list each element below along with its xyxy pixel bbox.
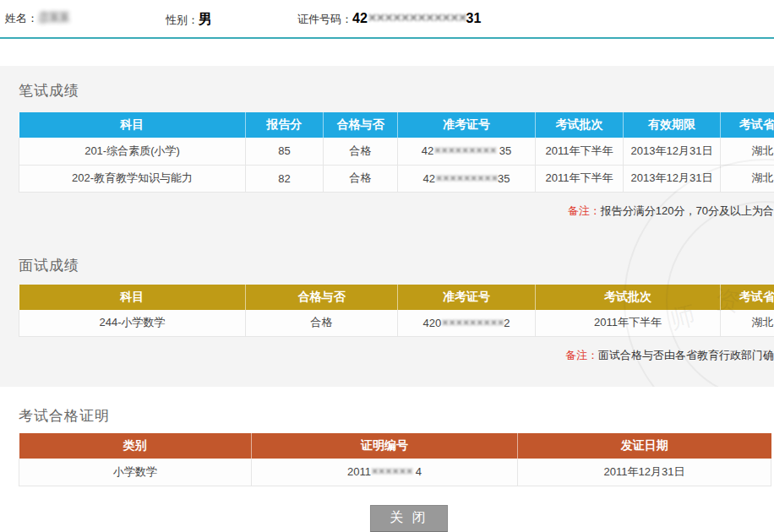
cell-ticket: 420✕✕✕✕✕✕✕✕✕2 [398,310,536,337]
id-redacted: ✕✕✕✕✕✕✕✕✕✕✕✕ [368,11,466,24]
table-row: 小学数学 2011✕✕✕✕✕✕ 4 2011年12月31日 [19,459,771,486]
gender-label: 性别： [166,14,199,26]
written-header-row: 科目 报告分 合格与否 准考证号 考试批次 有效期限 考试省份 [19,112,774,138]
cert-prefix: 2011 [347,465,371,478]
gender-field: 性别：男 [166,11,212,29]
name-label: 姓名： [5,12,38,24]
col-ticket: 准考证号 [398,112,536,138]
table-row: 202-教育教学知识与能力 82 合格 42✕✕✕✕✕✕✕✕✕35 2011年下… [19,165,774,192]
col-subject: 科目 [19,112,246,138]
cell-pass: 合格 [246,310,398,337]
col-pass: 合格与否 [324,112,398,138]
remark-text: 报告分满分120分，70分及以上为合 [601,204,774,217]
interview-section-title: 面试成绩 [19,256,774,275]
certificate-header-row: 类别 证明编号 发证日期 [19,433,771,459]
name-value-redacted: 彦某某 [38,10,68,25]
ticket-suffix: 35 [498,172,510,185]
results-panel: 师 资 tion 笔试成绩 科目 报告分 合格与否 准考证号 考试批次 有效期限… [0,66,774,387]
ticket-suffix: 2 [504,317,510,329]
interview-scores-table: 科目 合格与否 准考证号 考试批次 考试省份 244-小学数学 合格 420✕✕… [19,285,774,338]
ticket-redacted: ✕✕✕✕✕✕✕✕✕ [441,318,504,328]
cell-pass: 合格 [324,165,398,192]
col-ticket: 准考证号 [398,285,536,310]
cell-ticket: 42✕✕✕✕✕✕✕✕✕35 [398,165,536,192]
table-row: 201-综合素质(小学) 85 合格 42✕✕✕✕✕✕✕✕✕ 35 2011年下… [19,138,774,165]
ticket-prefix: 420 [423,317,442,329]
cell-issue-date: 2011年12月31日 [518,459,771,486]
col-province: 考试省份 [721,285,774,310]
cell-batch: 2011年下半年 [536,138,624,165]
name-field: 姓名：彦某某 [5,11,68,26]
col-cert-number: 证明编号 [252,433,518,459]
cell-subject: 244-小学数学 [19,310,246,337]
cell-ticket: 42✕✕✕✕✕✕✕✕✕ 35 [398,138,536,165]
col-category: 类别 [19,433,252,459]
col-pass: 合格与否 [246,285,398,310]
interview-table-container: 科目 合格与否 准考证号 考试批次 考试省份 244-小学数学 合格 420✕✕… [19,285,774,338]
cell-category: 小学数学 [19,459,252,486]
ticket-prefix: 42 [423,172,435,185]
cell-province: 湖北 [721,138,774,165]
cert-redacted: ✕✕✕✕✕✕ [371,466,412,477]
ticket-suffix: 35 [496,144,511,157]
cell-cert-number: 2011✕✕✕✕✕✕ 4 [252,459,518,486]
col-issue-date: 发证日期 [518,433,771,459]
cell-valid: 2013年12月31日 [624,138,721,165]
cert-suffix: 4 [412,465,422,478]
cell-batch: 2011年下半年 [536,310,721,337]
cell-province: 湖北 [721,310,774,337]
cell-valid: 2013年12月31日 [624,165,721,192]
col-batch: 考试批次 [536,112,624,138]
col-score: 报告分 [246,112,324,138]
col-valid: 有效期限 [624,112,721,138]
id-label: 证件号码： [297,13,352,25]
remark-label: 备注： [568,204,601,217]
col-subject: 科目 [19,285,246,310]
gender-value: 男 [199,12,212,26]
ticket-redacted: ✕✕✕✕✕✕✕✕✕ [435,173,498,184]
table-row: 244-小学数学 合格 420✕✕✕✕✕✕✕✕✕2 2011年下半年 湖北 [19,310,774,337]
certificate-section: 考试合格证明 类别 证明编号 发证日期 小学数学 2011✕✕✕✕✕✕ 4 20… [19,406,774,486]
written-section-title: 笔试成绩 [19,81,774,100]
cell-score: 85 [246,138,324,165]
remark-label: 备注： [565,349,598,361]
certificate-table: 类别 证明编号 发证日期 小学数学 2011✕✕✕✕✕✕ 4 2011年12月3… [19,433,771,486]
ticket-redacted: ✕✕✕✕✕✕✕✕✕ [433,145,496,156]
cell-pass: 合格 [324,138,398,165]
cell-score: 82 [246,165,324,192]
identity-topbar: 姓名：彦某某 性别：男 证件号码：42✕✕✕✕✕✕✕✕✕✕✕✕31 [0,0,774,39]
certificate-table-container: 类别 证明编号 发证日期 小学数学 2011✕✕✕✕✕✕ 4 2011年12月3… [19,433,774,486]
close-button[interactable]: 关 闭 [370,505,448,532]
col-batch: 考试批次 [536,285,721,310]
id-prefix: 42 [352,11,368,25]
cell-province: 湖北 [721,165,774,192]
written-scores-table: 科目 报告分 合格与否 准考证号 考试批次 有效期限 考试省份 201-综合素质… [19,112,774,193]
certificate-section-title: 考试合格证明 [19,406,774,426]
interview-header-row: 科目 合格与否 准考证号 考试批次 考试省份 [19,285,774,310]
cell-subject: 202-教育教学知识与能力 [19,165,246,192]
written-remark: 备注：报告分满分120分，70分及以上为合 [19,204,774,219]
cell-subject: 201-综合素质(小学) [19,138,246,165]
id-suffix: 31 [466,11,482,25]
id-number-field: 证件号码：42✕✕✕✕✕✕✕✕✕✕✕✕31 [297,11,481,27]
cell-batch: 2011年下半年 [536,165,624,192]
ticket-prefix: 42 [422,144,433,157]
written-table-container: 科目 报告分 合格与否 准考证号 考试批次 有效期限 考试省份 201-综合素质… [19,112,774,193]
remark-text: 面试合格与否由各省教育行政部门确 [598,349,774,361]
interview-remark: 备注：面试合格与否由各省教育行政部门确 [19,348,774,363]
col-province: 考试省份 [721,112,774,138]
